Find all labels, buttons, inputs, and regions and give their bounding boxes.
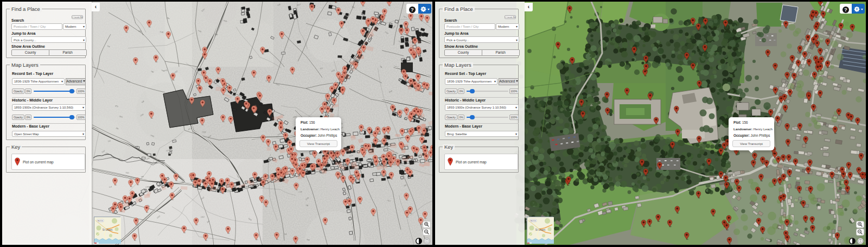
svg-text:1046: 1046 <box>145 186 150 188</box>
svg-text:786: 786 <box>151 71 154 73</box>
svg-text:1140: 1140 <box>298 191 303 193</box>
svg-text:St Clears: St Clears <box>535 229 546 231</box>
svg-text:St Clears: St Clears <box>103 229 113 231</box>
svg-text:786: 786 <box>305 204 309 207</box>
svg-text:B4316: B4316 <box>98 220 103 222</box>
svg-text:1058: 1058 <box>202 131 206 134</box>
svg-text:786: 786 <box>215 34 218 36</box>
svg-text:1021: 1021 <box>201 216 205 218</box>
svg-text:B4316: B4316 <box>531 220 536 222</box>
